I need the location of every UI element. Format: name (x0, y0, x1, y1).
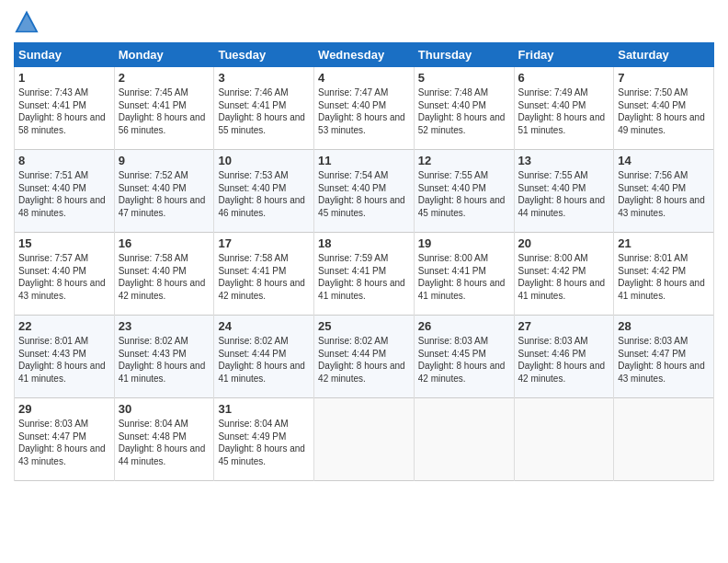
day-number: 31 (218, 402, 310, 416)
daylight-label: Daylight: 8 hours and 42 minutes. (518, 361, 606, 384)
col-header-sunday: Sunday (15, 43, 115, 67)
day-cell: 9 Sunrise: 7:52 AM Sunset: 4:40 PM Dayli… (114, 150, 214, 233)
day-number: 25 (318, 319, 410, 333)
day-number: 6 (518, 71, 610, 85)
sunset-label: Sunset: 4:48 PM (119, 431, 187, 442)
day-number: 5 (418, 71, 510, 85)
sunset-label: Sunset: 4:44 PM (318, 349, 386, 359)
sunrise-label: Sunrise: 7:56 AM (618, 170, 688, 180)
day-cell: 27 Sunrise: 8:03 AM Sunset: 4:46 PM Dayl… (514, 316, 614, 398)
day-info: Sunrise: 7:53 AM Sunset: 4:40 PM Dayligh… (218, 169, 310, 219)
day-info: Sunrise: 7:52 AM Sunset: 4:40 PM Dayligh… (119, 169, 210, 219)
col-header-tuesday: Tuesday (214, 43, 314, 67)
sunset-label: Sunset: 4:40 PM (18, 266, 86, 276)
day-info: Sunrise: 8:02 AM Sunset: 4:43 PM Dayligh… (119, 335, 210, 385)
sunrise-label: Sunrise: 8:02 AM (218, 336, 288, 346)
logo-icon (14, 9, 40, 35)
week-row-4: 22 Sunrise: 8:01 AM Sunset: 4:43 PM Dayl… (15, 316, 714, 398)
daylight-label: Daylight: 8 hours and 48 minutes. (18, 195, 106, 218)
day-number: 24 (218, 319, 310, 333)
day-info: Sunrise: 8:04 AM Sunset: 4:48 PM Dayligh… (119, 418, 210, 467)
sunrise-label: Sunrise: 7:43 AM (18, 87, 88, 98)
daylight-label: Daylight: 8 hours and 53 minutes. (318, 112, 405, 135)
sunset-label: Sunset: 4:42 PM (518, 266, 586, 276)
sunset-label: Sunset: 4:46 PM (518, 349, 586, 359)
day-number: 13 (518, 154, 610, 167)
sunset-label: Sunset: 4:40 PM (119, 266, 187, 276)
sunset-label: Sunset: 4:41 PM (18, 100, 86, 110)
day-info: Sunrise: 8:00 AM Sunset: 4:41 PM Dayligh… (418, 252, 510, 302)
sunrise-label: Sunrise: 7:54 AM (318, 170, 388, 180)
day-cell: 29 Sunrise: 8:03 AM Sunset: 4:47 PM Dayl… (15, 398, 115, 481)
day-number: 20 (518, 236, 610, 250)
sunrise-label: Sunrise: 7:59 AM (318, 253, 388, 263)
sunrise-label: Sunrise: 7:58 AM (218, 253, 288, 263)
day-cell: 15 Sunrise: 7:57 AM Sunset: 4:40 PM Dayl… (15, 233, 115, 316)
sunset-label: Sunset: 4:41 PM (218, 100, 286, 110)
sunset-label: Sunset: 4:40 PM (18, 183, 86, 193)
sunrise-label: Sunrise: 8:04 AM (218, 419, 288, 429)
day-number: 29 (18, 402, 110, 416)
daylight-label: Daylight: 8 hours and 51 minutes. (518, 112, 606, 135)
day-number: 14 (618, 154, 710, 167)
day-info: Sunrise: 7:47 AM Sunset: 4:40 PM Dayligh… (318, 86, 410, 136)
day-number: 4 (318, 71, 410, 85)
sunrise-label: Sunrise: 8:01 AM (18, 336, 88, 346)
day-cell: 19 Sunrise: 8:00 AM Sunset: 4:41 PM Dayl… (414, 233, 514, 316)
day-info: Sunrise: 7:58 AM Sunset: 4:41 PM Dayligh… (218, 252, 310, 302)
day-cell: 10 Sunrise: 7:53 AM Sunset: 4:40 PM Dayl… (214, 150, 314, 233)
calendar-table: SundayMondayTuesdayWednesdayThursdayFrid… (14, 42, 714, 481)
sunset-label: Sunset: 4:40 PM (119, 183, 187, 193)
sunrise-label: Sunrise: 8:03 AM (418, 336, 488, 346)
sunset-label: Sunset: 4:45 PM (418, 349, 486, 359)
daylight-label: Daylight: 8 hours and 42 minutes. (119, 278, 206, 301)
col-header-saturday: Saturday (614, 43, 714, 67)
day-info: Sunrise: 7:55 AM Sunset: 4:40 PM Dayligh… (518, 169, 610, 219)
day-info: Sunrise: 8:01 AM Sunset: 4:43 PM Dayligh… (18, 335, 110, 385)
day-cell: 5 Sunrise: 7:48 AM Sunset: 4:40 PM Dayli… (414, 67, 514, 150)
day-info: Sunrise: 7:49 AM Sunset: 4:40 PM Dayligh… (518, 86, 610, 136)
day-info: Sunrise: 7:57 AM Sunset: 4:40 PM Dayligh… (18, 252, 110, 302)
daylight-label: Daylight: 8 hours and 41 minutes. (119, 361, 206, 384)
day-cell: 24 Sunrise: 8:02 AM Sunset: 4:44 PM Dayl… (214, 316, 314, 398)
sunrise-label: Sunrise: 8:00 AM (518, 253, 588, 263)
sunset-label: Sunset: 4:43 PM (18, 349, 86, 359)
day-number: 16 (119, 236, 210, 250)
sunrise-label: Sunrise: 7:57 AM (18, 253, 88, 263)
sunset-label: Sunset: 4:40 PM (618, 183, 686, 193)
sunset-label: Sunset: 4:40 PM (318, 183, 386, 193)
day-info: Sunrise: 7:46 AM Sunset: 4:41 PM Dayligh… (218, 86, 310, 136)
sunset-label: Sunset: 4:43 PM (119, 349, 187, 359)
sunset-label: Sunset: 4:41 PM (218, 266, 286, 276)
daylight-label: Daylight: 8 hours and 44 minutes. (119, 443, 206, 466)
daylight-label: Daylight: 8 hours and 41 minutes. (618, 278, 705, 301)
col-header-thursday: Thursday (414, 43, 514, 67)
day-cell: 23 Sunrise: 8:02 AM Sunset: 4:43 PM Dayl… (114, 316, 214, 398)
week-row-1: 1 Sunrise: 7:43 AM Sunset: 4:41 PM Dayli… (15, 67, 714, 150)
daylight-label: Daylight: 8 hours and 43 minutes. (18, 443, 106, 466)
sunset-label: Sunset: 4:40 PM (618, 100, 686, 110)
daylight-label: Daylight: 8 hours and 58 minutes. (18, 112, 106, 135)
day-number: 28 (618, 319, 710, 333)
page-header (14, 9, 714, 35)
day-info: Sunrise: 8:03 AM Sunset: 4:45 PM Dayligh… (418, 335, 510, 385)
sunrise-label: Sunrise: 7:50 AM (618, 87, 688, 98)
day-info: Sunrise: 7:51 AM Sunset: 4:40 PM Dayligh… (18, 169, 110, 219)
day-cell: 13 Sunrise: 7:55 AM Sunset: 4:40 PM Dayl… (514, 150, 614, 233)
col-header-monday: Monday (114, 43, 214, 67)
day-number: 27 (518, 319, 610, 333)
daylight-label: Daylight: 8 hours and 52 minutes. (418, 112, 506, 135)
day-cell (514, 398, 614, 481)
day-number: 10 (218, 154, 310, 167)
day-cell: 31 Sunrise: 8:04 AM Sunset: 4:49 PM Dayl… (214, 398, 314, 481)
day-cell (414, 398, 514, 481)
day-cell: 17 Sunrise: 7:58 AM Sunset: 4:41 PM Dayl… (214, 233, 314, 316)
day-info: Sunrise: 7:58 AM Sunset: 4:40 PM Dayligh… (119, 252, 210, 302)
sunset-label: Sunset: 4:47 PM (18, 431, 86, 442)
daylight-label: Daylight: 8 hours and 41 minutes. (418, 278, 506, 301)
week-row-3: 15 Sunrise: 7:57 AM Sunset: 4:40 PM Dayl… (15, 233, 714, 316)
day-number: 21 (618, 236, 710, 250)
day-cell: 3 Sunrise: 7:46 AM Sunset: 4:41 PM Dayli… (214, 67, 314, 150)
week-row-5: 29 Sunrise: 8:03 AM Sunset: 4:47 PM Dayl… (15, 398, 714, 481)
day-info: Sunrise: 8:04 AM Sunset: 4:49 PM Dayligh… (218, 418, 310, 467)
